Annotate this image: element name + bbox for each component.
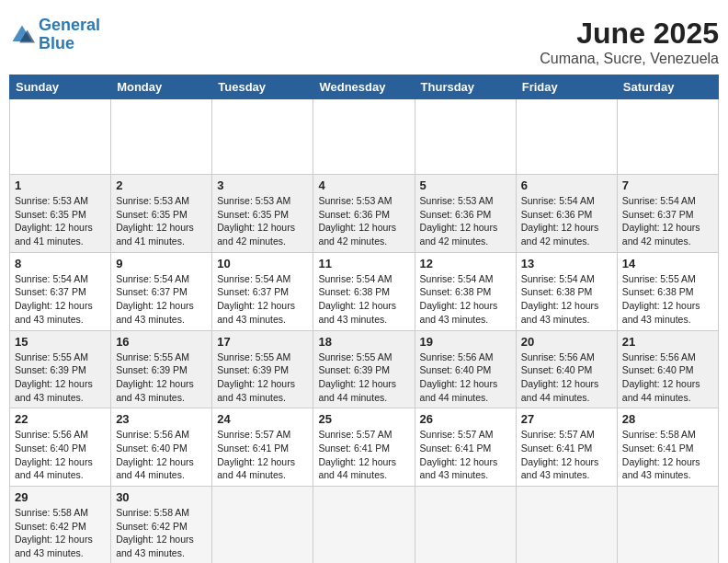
day-number: 19 [420,335,511,349]
calendar-cell [313,487,415,564]
calendar-cell: 6Sunrise: 5:54 AMSunset: 6:36 PMDaylight… [516,175,617,253]
calendar-cell: 16Sunrise: 5:55 AMSunset: 6:39 PMDayligh… [111,330,212,408]
day-number: 18 [318,335,409,349]
subtitle: Cumana, Sucre, Venezuela [540,51,719,67]
col-saturday: Saturday [617,75,718,99]
calendar-cell: 7Sunrise: 5:54 AMSunset: 6:37 PMDaylight… [617,175,718,253]
day-info: Sunrise: 5:55 AMSunset: 6:39 PMDaylight:… [217,350,308,405]
calendar-cell: 5Sunrise: 5:53 AMSunset: 6:36 PMDaylight… [415,175,516,253]
calendar-cell: 30Sunrise: 5:58 AMSunset: 6:42 PMDayligh… [111,487,212,564]
week-row-5: 29Sunrise: 5:58 AMSunset: 6:42 PMDayligh… [10,487,719,564]
day-info: Sunrise: 5:53 AMSunset: 6:35 PMDaylight:… [15,194,106,248]
day-info: Sunrise: 5:57 AMSunset: 6:41 PMDaylight:… [318,428,409,482]
day-info: Sunrise: 5:53 AMSunset: 6:36 PMDaylight:… [318,194,409,248]
day-number: 17 [217,335,308,349]
day-info: Sunrise: 5:58 AMSunset: 6:42 PMDaylight:… [116,506,207,560]
day-number: 13 [521,257,612,270]
calendar-cell [313,99,415,175]
day-number: 9 [116,257,207,270]
calendar-cell: 27Sunrise: 5:57 AMSunset: 6:41 PMDayligh… [516,408,617,487]
calendar-cell: 28Sunrise: 5:58 AMSunset: 6:41 PMDayligh… [617,408,718,487]
calendar-cell: 11Sunrise: 5:54 AMSunset: 6:38 PMDayligh… [313,252,415,330]
calendar-cell: 3Sunrise: 5:53 AMSunset: 6:35 PMDaylight… [212,175,313,253]
col-thursday: Thursday [415,75,516,99]
week-row-1: 1Sunrise: 5:53 AMSunset: 6:35 PMDaylight… [10,175,719,253]
logo-icon [9,22,35,48]
calendar-cell: 23Sunrise: 5:56 AMSunset: 6:40 PMDayligh… [111,408,212,487]
day-info: Sunrise: 5:56 AMSunset: 6:40 PMDaylight:… [15,428,106,482]
day-number: 24 [217,412,308,426]
calendar-cell: 20Sunrise: 5:56 AMSunset: 6:40 PMDayligh… [516,330,617,408]
day-number: 2 [116,178,207,192]
day-info: Sunrise: 5:54 AMSunset: 6:37 PMDaylight:… [116,272,207,327]
day-info: Sunrise: 5:54 AMSunset: 6:37 PMDaylight:… [622,194,713,248]
day-info: Sunrise: 5:58 AMSunset: 6:41 PMDaylight:… [622,428,713,482]
day-info: Sunrise: 5:55 AMSunset: 6:39 PMDaylight:… [318,350,409,405]
day-info: Sunrise: 5:54 AMSunset: 6:37 PMDaylight:… [217,272,308,327]
col-friday: Friday [516,75,617,99]
calendar-cell [10,99,111,175]
calendar-cell: 25Sunrise: 5:57 AMSunset: 6:41 PMDayligh… [313,408,415,487]
week-row-2: 8Sunrise: 5:54 AMSunset: 6:37 PMDaylight… [10,252,719,330]
calendar-cell [617,487,718,564]
day-number: 21 [622,335,713,349]
col-tuesday: Tuesday [212,75,313,99]
logo: General Blue [9,17,100,53]
calendar-cell: 4Sunrise: 5:53 AMSunset: 6:36 PMDaylight… [313,175,415,253]
calendar-cell [212,99,313,175]
col-monday: Monday [111,75,212,99]
day-number: 20 [521,335,612,349]
calendar-cell [617,99,718,175]
logo-text: General Blue [39,17,100,53]
calendar-cell [516,487,617,564]
calendar-cell: 18Sunrise: 5:55 AMSunset: 6:39 PMDayligh… [313,330,415,408]
title-block: June 2025 Cumana, Sucre, Venezuela [540,17,719,67]
day-info: Sunrise: 5:54 AMSunset: 6:37 PMDaylight:… [15,272,106,327]
calendar-cell [212,487,313,564]
day-number: 26 [420,412,511,426]
day-info: Sunrise: 5:56 AMSunset: 6:40 PMDaylight:… [116,428,207,482]
day-number: 23 [116,412,207,426]
day-number: 16 [116,335,207,349]
calendar-cell: 1Sunrise: 5:53 AMSunset: 6:35 PMDaylight… [10,175,111,253]
calendar-table: Sunday Monday Tuesday Wednesday Thursday… [9,75,719,563]
day-info: Sunrise: 5:54 AMSunset: 6:38 PMDaylight:… [420,272,511,327]
day-number: 28 [622,412,713,426]
calendar-cell: 10Sunrise: 5:54 AMSunset: 6:37 PMDayligh… [212,252,313,330]
calendar-cell: 9Sunrise: 5:54 AMSunset: 6:37 PMDaylight… [111,252,212,330]
day-number: 10 [217,257,308,270]
day-number: 12 [420,257,511,270]
calendar-cell: 13Sunrise: 5:54 AMSunset: 6:38 PMDayligh… [516,252,617,330]
calendar-cell: 8Sunrise: 5:54 AMSunset: 6:37 PMDaylight… [10,252,111,330]
day-number: 7 [622,178,713,192]
week-row-0 [10,99,719,175]
calendar-cell: 12Sunrise: 5:54 AMSunset: 6:38 PMDayligh… [415,252,516,330]
header: General Blue June 2025 Cumana, Sucre, Ve… [9,9,719,75]
day-number: 11 [318,257,409,270]
day-number: 1 [15,178,106,192]
day-info: Sunrise: 5:57 AMSunset: 6:41 PMDaylight:… [521,428,612,482]
day-number: 27 [521,412,612,426]
calendar-cell: 14Sunrise: 5:55 AMSunset: 6:38 PMDayligh… [617,252,718,330]
calendar-header-row: Sunday Monday Tuesday Wednesday Thursday… [10,75,719,99]
calendar-cell [415,99,516,175]
col-sunday: Sunday [10,75,111,99]
week-row-4: 22Sunrise: 5:56 AMSunset: 6:40 PMDayligh… [10,408,719,487]
calendar-cell [516,99,617,175]
day-number: 29 [15,490,106,504]
calendar-cell: 17Sunrise: 5:55 AMSunset: 6:39 PMDayligh… [212,330,313,408]
week-row-3: 15Sunrise: 5:55 AMSunset: 6:39 PMDayligh… [10,330,719,408]
day-number: 25 [318,412,409,426]
calendar-cell: 26Sunrise: 5:57 AMSunset: 6:41 PMDayligh… [415,408,516,487]
day-info: Sunrise: 5:57 AMSunset: 6:41 PMDaylight:… [217,428,308,482]
day-number: 30 [116,490,207,504]
col-wednesday: Wednesday [313,75,415,99]
day-info: Sunrise: 5:53 AMSunset: 6:35 PMDaylight:… [217,194,308,248]
day-number: 6 [521,178,612,192]
day-info: Sunrise: 5:53 AMSunset: 6:35 PMDaylight:… [116,194,207,248]
calendar-cell: 2Sunrise: 5:53 AMSunset: 6:35 PMDaylight… [111,175,212,253]
day-info: Sunrise: 5:55 AMSunset: 6:38 PMDaylight:… [622,272,713,327]
day-info: Sunrise: 5:56 AMSunset: 6:40 PMDaylight:… [622,350,713,405]
day-info: Sunrise: 5:57 AMSunset: 6:41 PMDaylight:… [420,428,511,482]
day-number: 4 [318,178,409,192]
